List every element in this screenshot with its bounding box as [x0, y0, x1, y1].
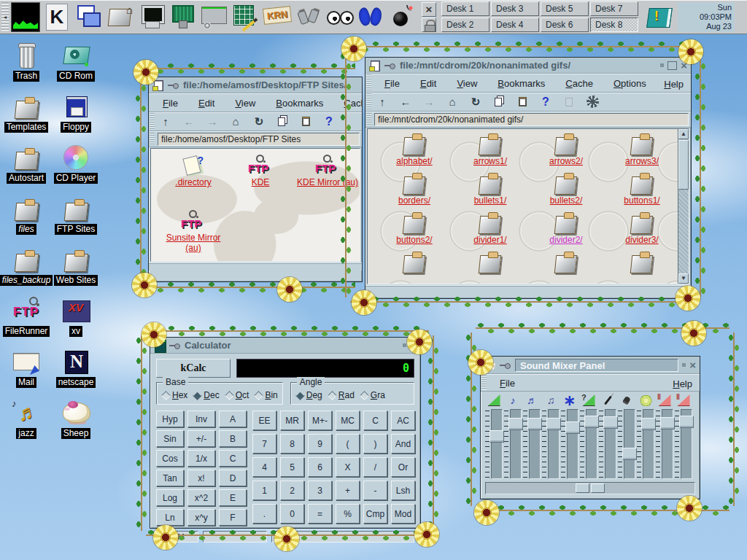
folder-icon[interactable]: [477, 212, 503, 234]
desktop-icon-glyph[interactable]: [61, 296, 90, 325]
toolbar-button[interactable]: [181, 114, 197, 129]
volume-slider[interactable]: [674, 408, 693, 481]
desktop-icon[interactable]: jazz: [1, 398, 51, 449]
calc-key[interactable]: Sin: [156, 430, 184, 447]
slider-handle[interactable]: [546, 418, 561, 430]
slider-track[interactable]: [643, 409, 654, 479]
toolbar-button[interactable]: [584, 95, 600, 109]
calc-key[interactable]: .: [252, 504, 276, 524]
folder-item-partial[interactable]: [604, 252, 680, 284]
folder-icon[interactable]: [553, 133, 579, 155]
channel-icon[interactable]: [655, 393, 674, 408]
channel-icon[interactable]: [484, 393, 503, 408]
base-radio[interactable]: Hex: [163, 390, 187, 400]
slider-handle[interactable]: [679, 416, 694, 428]
slider-handle[interactable]: [489, 430, 504, 443]
calc-key[interactable]: x^2: [187, 489, 215, 506]
menu-item[interactable]: Bookmarks: [266, 95, 333, 111]
calc-key[interactable]: %: [336, 504, 360, 524]
mixer-scroll-button[interactable]: [576, 483, 589, 493]
slider-track[interactable]: [586, 409, 597, 479]
toolbar-button[interactable]: [561, 95, 577, 109]
toolbar-grip[interactable]: [366, 93, 371, 110]
folder-item[interactable]: arrows1/: [452, 133, 528, 173]
channel-icon[interactable]: [560, 393, 579, 408]
panel-launcher-icon[interactable]: [136, 2, 166, 32]
desktop-icon[interactable]: files_backup: [1, 245, 51, 296]
close-button[interactable]: ×: [410, 341, 417, 350]
folder-item[interactable]: buttons2/: [376, 212, 452, 252]
desktop-icon[interactable]: Mail: [1, 347, 51, 398]
scroll-up-button[interactable]: ▲: [678, 129, 689, 139]
calc-key[interactable]: C: [219, 450, 247, 467]
panel-launcher-icon[interactable]: [293, 2, 322, 32]
base-radio[interactable]: Bin: [255, 390, 277, 400]
file-item[interactable]: KDE Mirror (au): [294, 155, 360, 210]
desktop-icon[interactable]: netscape: [51, 347, 101, 398]
slider-track[interactable]: [510, 409, 522, 479]
toolbar-button[interactable]: [158, 114, 174, 129]
calc-key[interactable]: 1/x: [187, 450, 215, 467]
calc-key[interactable]: 9: [308, 434, 332, 454]
calc-key[interactable]: A: [219, 411, 247, 427]
slider-track[interactable]: [605, 409, 616, 479]
folder-label[interactable]: bullets1/: [474, 195, 507, 206]
panel-launcher-icon[interactable]: [11, 2, 40, 32]
calc-key[interactable]: +: [336, 481, 360, 500]
desktop-icon-glyph[interactable]: [61, 143, 90, 172]
pushpin-icon[interactable]: [500, 362, 511, 369]
toolbar-button[interactable]: [538, 95, 554, 109]
channel-icon[interactable]: [579, 393, 598, 408]
calc-key[interactable]: Or: [391, 457, 415, 477]
slider-handle[interactable]: [622, 448, 637, 460]
folder-label[interactable]: divider2/: [549, 235, 582, 245]
folder-item-partial[interactable]: [376, 252, 452, 284]
channel-icon[interactable]: [541, 393, 560, 408]
folder-icon[interactable]: [401, 173, 427, 195]
desktop-icon-glyph[interactable]: [12, 347, 41, 376]
scroll-down-button[interactable]: ▼: [678, 273, 689, 284]
folder-icon[interactable]: [401, 212, 427, 234]
calc-key[interactable]: AC: [391, 411, 415, 430]
folder-item[interactable]: buttons1/: [604, 173, 680, 212]
calc-key[interactable]: MC: [336, 411, 360, 430]
desk-button[interactable]: Desk 5: [541, 1, 589, 16]
close-button[interactable]: ×: [681, 61, 687, 70]
folder-item[interactable]: borders/: [376, 173, 452, 212]
calc-key[interactable]: D: [219, 470, 247, 486]
desktop-icon-glyph[interactable]: [12, 296, 41, 325]
slider-track[interactable]: [624, 409, 635, 479]
location-input[interactable]: [374, 113, 689, 126]
location-input[interactable]: [158, 133, 360, 146]
calc-key[interactable]: Cos: [156, 450, 184, 467]
calc-key[interactable]: And: [391, 434, 415, 454]
slider-handle[interactable]: [527, 418, 542, 430]
slider-handle[interactable]: [584, 416, 599, 428]
folder-label[interactable]: buttons2/: [396, 235, 432, 245]
desk-button[interactable]: Desk 2: [441, 18, 489, 32]
desktop-icon[interactable]: Floppy: [51, 92, 101, 143]
desktop-icon-glyph[interactable]: [12, 194, 41, 223]
folder-label[interactable]: arrows1/: [473, 156, 507, 166]
channel-icon[interactable]: [636, 393, 655, 408]
slider-handle[interactable]: [660, 417, 675, 429]
menu-item[interactable]: Bookmarks: [487, 75, 555, 91]
volume-slider[interactable]: [560, 408, 579, 481]
calc-key[interactable]: C: [363, 411, 387, 430]
toolbar-button[interactable]: [374, 95, 390, 109]
desktop-icon-glyph[interactable]: [61, 41, 90, 70]
file-item-icon[interactable]: [247, 155, 274, 176]
desk-button[interactable]: Desk 6: [541, 18, 589, 32]
desktop-icon[interactable]: Autostart: [1, 143, 51, 194]
calc-key[interactable]: 2: [280, 481, 304, 500]
menu-item-help[interactable]: Help: [665, 376, 700, 389]
menu-item[interactable]: Cache: [555, 75, 603, 91]
radio-diamond-icon[interactable]: [295, 391, 305, 400]
calc-key[interactable]: X: [336, 457, 360, 477]
toolbar-button[interactable]: [298, 114, 314, 129]
calc-key[interactable]: B: [219, 430, 247, 447]
desktop-icon-glyph[interactable]: [61, 92, 90, 121]
folder-item[interactable]: arrows2/: [528, 133, 604, 173]
slider-track[interactable]: [681, 409, 692, 479]
menu-item[interactable]: View: [446, 75, 487, 91]
